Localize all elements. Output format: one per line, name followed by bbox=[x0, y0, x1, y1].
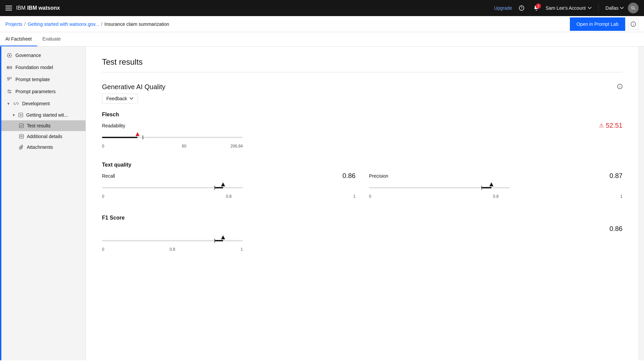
avatar[interactable]: SL bbox=[628, 3, 639, 13]
svg-point-5 bbox=[9, 55, 10, 56]
svg-point-15 bbox=[9, 92, 11, 93]
sidebar-item-attachments[interactable]: Attachments bbox=[0, 142, 86, 153]
recall-value: 0.86 bbox=[342, 172, 356, 180]
region-label: Dallas bbox=[605, 5, 619, 11]
recall-label: Recall bbox=[102, 173, 115, 179]
f1-metric: 0.86 0 0.8 1 bbox=[102, 225, 623, 252]
info-icon[interactable]: i bbox=[617, 83, 623, 91]
prompt-template-icon bbox=[7, 77, 12, 82]
precision-bar: 0 0.8 1 bbox=[369, 182, 623, 199]
sidebar-item-foundation-model[interactable]: Foundation model bbox=[0, 61, 86, 73]
help-icon[interactable]: ? bbox=[516, 3, 527, 13]
f1-header: 0.86 bbox=[102, 225, 623, 233]
top-navigation: IBM IBM watsonx Upgrade ? 3 Sam Lee's Ac… bbox=[0, 0, 644, 16]
text-quality-title: Text quality bbox=[102, 162, 623, 168]
sidebar-item-prompt-template-label: Prompt template bbox=[15, 77, 50, 82]
sidebar-item-additional-details[interactable]: Additional details bbox=[0, 131, 86, 142]
sidebar-item-foundation-model-label: Foundation model bbox=[15, 65, 53, 70]
f1-marker bbox=[221, 235, 225, 239]
f1-tick-label: 0.8 bbox=[170, 247, 175, 252]
svg-rect-37 bbox=[215, 240, 223, 241]
development-icon bbox=[13, 101, 19, 106]
sidebar-item-prompt-template[interactable]: Prompt template bbox=[0, 73, 86, 85]
feedback-dropdown[interactable]: Feedback bbox=[102, 94, 138, 104]
getting-started-icon bbox=[18, 112, 23, 118]
svg-rect-30 bbox=[102, 187, 215, 188]
main-content: Test results Generative AI Quality i Fee… bbox=[86, 47, 639, 360]
text-quality-section: Text quality Recall 0.86 bbox=[102, 162, 623, 201]
svg-rect-9 bbox=[7, 77, 11, 78]
notifications-badge: 3 bbox=[536, 3, 541, 9]
foundation-model-icon bbox=[7, 65, 12, 70]
breadcrumb-getting-started[interactable]: Getting started with watsonx.gov... bbox=[28, 21, 99, 27]
svg-rect-20 bbox=[19, 124, 23, 128]
f1-score-section: F1 Score 0.86 0 bbox=[102, 215, 623, 252]
brand-logo: IBM IBM watsonx bbox=[16, 5, 60, 11]
svg-rect-35 bbox=[481, 186, 482, 190]
breadcrumb: Projects / Getting started with watsonx.… bbox=[5, 21, 169, 27]
svg-text:i: i bbox=[633, 22, 634, 26]
account-menu[interactable]: Sam Lee's Account bbox=[546, 5, 592, 11]
getting-started-chevron-down: ▼ bbox=[12, 113, 15, 117]
precision-min-label: 0 bbox=[369, 194, 371, 199]
sidebar-item-development[interactable]: ▼ Development bbox=[0, 98, 86, 110]
recall-max-label: 1 bbox=[353, 194, 356, 199]
f1-value: 0.86 bbox=[609, 225, 623, 233]
prompt-parameters-icon bbox=[7, 89, 12, 94]
precision-max-label: 1 bbox=[620, 194, 623, 199]
svg-point-14 bbox=[8, 90, 9, 91]
recall-header: Recall 0.86 bbox=[102, 172, 356, 180]
f1-bar: 0 0.8 1 bbox=[102, 235, 243, 252]
tab-ai-factsheet[interactable]: AI Factsheet bbox=[0, 32, 37, 46]
sidebar-item-test-results-label: Test results bbox=[27, 123, 51, 128]
account-name: Sam Lee's Account bbox=[546, 5, 586, 11]
sidebar-item-getting-started[interactable]: ▼ Getting started wit... bbox=[0, 110, 86, 120]
sidebar-item-getting-started-label: Getting started wit... bbox=[26, 112, 68, 118]
svg-text:i: i bbox=[620, 85, 620, 88]
svg-rect-38 bbox=[214, 239, 215, 243]
readability-bar: 0 60 206.84 bbox=[102, 132, 243, 148]
precision-metric: Precision 0.87 bbox=[369, 172, 623, 201]
recall-marker bbox=[221, 182, 225, 186]
menu-icon[interactable] bbox=[5, 6, 12, 10]
precision-bar-labels: 0 0.8 1 bbox=[369, 194, 623, 199]
breadcrumb-sep-1: / bbox=[24, 21, 26, 27]
recall-tick-label: 0.8 bbox=[226, 194, 232, 199]
svg-rect-34 bbox=[482, 187, 491, 188]
page-info-icon[interactable]: i bbox=[628, 19, 639, 29]
svg-rect-6 bbox=[7, 66, 12, 67]
recall-min-label: 0 bbox=[102, 194, 104, 199]
development-chevron-down: ▼ bbox=[7, 102, 10, 106]
open-prompt-lab-button[interactable]: Open in Prompt Lab bbox=[570, 17, 625, 31]
svg-rect-32 bbox=[214, 186, 215, 190]
region-selector[interactable]: Dallas bbox=[605, 5, 624, 11]
tab-evaluate[interactable]: Evaluate bbox=[37, 32, 66, 46]
sidebar-item-test-results[interactable]: Test results bbox=[0, 120, 86, 131]
precision-marker bbox=[489, 182, 493, 186]
additional-details-icon bbox=[19, 134, 24, 139]
section-divider bbox=[102, 72, 623, 72]
svg-line-16 bbox=[15, 102, 17, 105]
notifications-bell[interactable]: 3 bbox=[531, 3, 542, 13]
recall-bar-labels: 0 0.8 1 bbox=[102, 194, 356, 199]
recall-bar: 0 0.8 1 bbox=[102, 182, 356, 199]
sidebar-item-governance[interactable]: Governance bbox=[0, 49, 86, 61]
upgrade-link[interactable]: Upgrade bbox=[494, 5, 512, 11]
test-results-icon bbox=[19, 123, 24, 128]
generative-ai-quality-section: Generative AI Quality i Feedback Flesch … bbox=[102, 83, 623, 252]
breadcrumb-projects[interactable]: Projects bbox=[5, 21, 22, 27]
sidebar: Governance Foundation model Prompt templ… bbox=[0, 47, 86, 360]
sidebar-item-additional-details-label: Additional details bbox=[27, 134, 62, 139]
feedback-dropdown-label: Feedback bbox=[106, 96, 127, 101]
tabs-bar: AI Factsheet Evaluate bbox=[0, 32, 644, 47]
warning-icon: ⚠ bbox=[599, 122, 604, 129]
f1-max-label: 1 bbox=[240, 247, 243, 252]
f1-bar-svg bbox=[102, 235, 243, 245]
sidebar-item-prompt-parameters[interactable]: Prompt parameters bbox=[0, 85, 86, 98]
feedback-dropdown-chevron bbox=[129, 97, 133, 100]
avatar-initials: SL bbox=[631, 6, 636, 10]
flesch-title: Flesch bbox=[102, 112, 623, 118]
svg-rect-21 bbox=[19, 134, 23, 138]
readability-metric: Readability ⚠ 52.51 bbox=[102, 122, 623, 148]
breadcrumb-sep-2: / bbox=[101, 21, 102, 27]
